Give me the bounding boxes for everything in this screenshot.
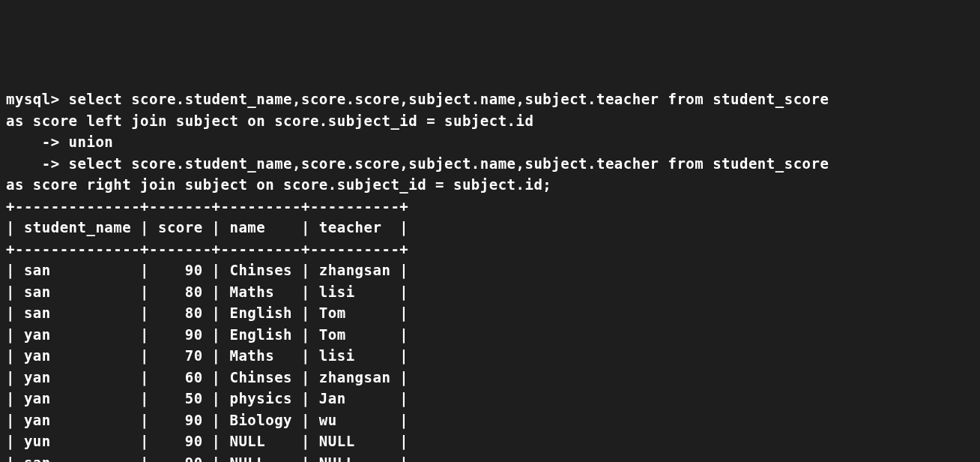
query-line: as score right join subject on score.sub… xyxy=(6,176,551,193)
table-header: | student_name | score | name | teacher … xyxy=(6,219,408,236)
query-line: mysql> select score.student_name,score.s… xyxy=(6,91,829,107)
query-line: -> union xyxy=(6,134,113,150)
terminal-output: mysql> select score.student_name,score.s… xyxy=(6,88,974,462)
query-line: -> select score.student_name,score.score… xyxy=(6,155,829,172)
table-body: | san | 90 | Chinses | zhangsan | | san … xyxy=(6,262,408,462)
table-border: +--------------+-------+---------+------… xyxy=(6,198,408,214)
table-border: +--------------+-------+---------+------… xyxy=(6,241,408,257)
query-line: as score left join subject on score.subj… xyxy=(6,112,533,129)
